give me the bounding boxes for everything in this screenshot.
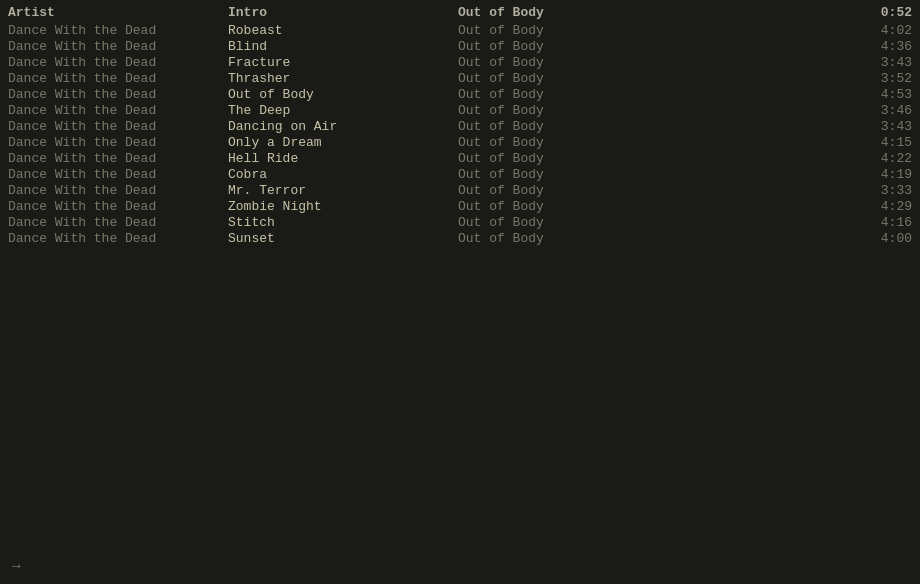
- track-row[interactable]: Dance With the DeadZombie NightOut of Bo…: [0, 198, 920, 214]
- track-artist: Dance With the Dead: [8, 119, 228, 134]
- track-album: Out of Body: [458, 23, 852, 38]
- track-title: Stitch: [228, 215, 458, 230]
- track-artist: Dance With the Dead: [8, 103, 228, 118]
- track-row[interactable]: Dance With the DeadDancing on AirOut of …: [0, 118, 920, 134]
- track-album: Out of Body: [458, 151, 852, 166]
- track-album: Out of Body: [458, 39, 852, 54]
- track-row[interactable]: Dance With the DeadCobraOut of Body4:19: [0, 166, 920, 182]
- track-album: Out of Body: [458, 103, 852, 118]
- track-album: Out of Body: [458, 231, 852, 246]
- track-row[interactable]: Dance With the DeadThrasherOut of Body3:…: [0, 70, 920, 86]
- track-duration: 4:02: [852, 23, 912, 38]
- track-duration: 4:29: [852, 199, 912, 214]
- track-artist: Dance With the Dead: [8, 87, 228, 102]
- track-duration: 4:15: [852, 135, 912, 150]
- track-row[interactable]: Dance With the DeadOnly a DreamOut of Bo…: [0, 134, 920, 150]
- track-title: Out of Body: [228, 87, 458, 102]
- header-artist: Artist: [8, 5, 228, 20]
- track-title: Sunset: [228, 231, 458, 246]
- track-row[interactable]: Dance With the DeadHell RideOut of Body4…: [0, 150, 920, 166]
- track-title: The Deep: [228, 103, 458, 118]
- track-row[interactable]: Dance With the DeadStitchOut of Body4:16: [0, 214, 920, 230]
- track-artist: Dance With the Dead: [8, 183, 228, 198]
- track-duration: 3:52: [852, 71, 912, 86]
- track-duration: 4:22: [852, 151, 912, 166]
- track-duration: 4:19: [852, 167, 912, 182]
- header-album: Out of Body: [458, 5, 852, 20]
- track-album: Out of Body: [458, 55, 852, 70]
- track-album: Out of Body: [458, 135, 852, 150]
- track-title: Blind: [228, 39, 458, 54]
- track-album: Out of Body: [458, 199, 852, 214]
- track-artist: Dance With the Dead: [8, 167, 228, 182]
- track-artist: Dance With the Dead: [8, 55, 228, 70]
- track-list: Artist Intro Out of Body 0:52 Dance With…: [0, 0, 920, 250]
- track-row[interactable]: Dance With the DeadFractureOut of Body3:…: [0, 54, 920, 70]
- track-album: Out of Body: [458, 71, 852, 86]
- track-duration: 3:43: [852, 119, 912, 134]
- track-duration: 4:36: [852, 39, 912, 54]
- track-artist: Dance With the Dead: [8, 71, 228, 86]
- track-title: Hell Ride: [228, 151, 458, 166]
- track-duration: 3:46: [852, 103, 912, 118]
- track-row[interactable]: Dance With the DeadBlindOut of Body4:36: [0, 38, 920, 54]
- bottom-arrow: →: [12, 558, 20, 574]
- track-title: Only a Dream: [228, 135, 458, 150]
- track-title: Dancing on Air: [228, 119, 458, 134]
- track-artist: Dance With the Dead: [8, 231, 228, 246]
- track-artist: Dance With the Dead: [8, 23, 228, 38]
- track-title: Robeast: [228, 23, 458, 38]
- track-duration: 4:16: [852, 215, 912, 230]
- header-duration: 0:52: [852, 5, 912, 20]
- track-title: Zombie Night: [228, 199, 458, 214]
- track-artist: Dance With the Dead: [8, 135, 228, 150]
- track-row[interactable]: Dance With the DeadSunsetOut of Body4:00: [0, 230, 920, 246]
- track-row[interactable]: Dance With the DeadRobeastOut of Body4:0…: [0, 22, 920, 38]
- track-row[interactable]: Dance With the DeadThe DeepOut of Body3:…: [0, 102, 920, 118]
- track-list-header: Artist Intro Out of Body 0:52: [0, 4, 920, 20]
- track-artist: Dance With the Dead: [8, 199, 228, 214]
- track-artist: Dance With the Dead: [8, 39, 228, 54]
- track-artist: Dance With the Dead: [8, 151, 228, 166]
- track-row[interactable]: Dance With the DeadMr. TerrorOut of Body…: [0, 182, 920, 198]
- track-title: Fracture: [228, 55, 458, 70]
- track-duration: 3:33: [852, 183, 912, 198]
- track-album: Out of Body: [458, 215, 852, 230]
- track-title: Mr. Terror: [228, 183, 458, 198]
- track-album: Out of Body: [458, 87, 852, 102]
- track-album: Out of Body: [458, 119, 852, 134]
- track-artist: Dance With the Dead: [8, 215, 228, 230]
- track-title: Thrasher: [228, 71, 458, 86]
- header-title: Intro: [228, 5, 458, 20]
- track-duration: 3:43: [852, 55, 912, 70]
- track-album: Out of Body: [458, 167, 852, 182]
- track-row[interactable]: Dance With the DeadOut of BodyOut of Bod…: [0, 86, 920, 102]
- track-title: Cobra: [228, 167, 458, 182]
- track-duration: 4:00: [852, 231, 912, 246]
- track-duration: 4:53: [852, 87, 912, 102]
- track-album: Out of Body: [458, 183, 852, 198]
